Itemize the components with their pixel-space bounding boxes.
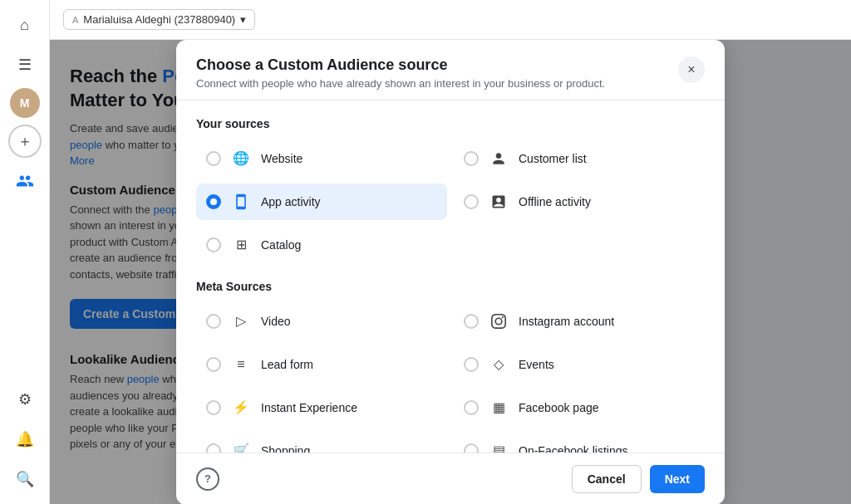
events-icon: ◇ [487,353,510,376]
app-icon [229,190,253,213]
shopping-icon: 🛒 [229,439,253,453]
radio-instagram[interactable] [464,314,479,329]
instant-experience-label: Instant Experience [261,401,357,414]
radio-shopping[interactable] [206,443,221,453]
dialog-title: Choose a Custom Audience source [196,56,605,74]
meta-sources-grid: ▷ Video Instagram account [196,303,705,453]
dialog-footer: ? Cancel Next [176,453,725,505]
next-button[interactable]: Next [650,465,705,493]
catalog-icon: ⊞ [229,233,253,257]
video-label: Video [261,315,291,328]
source-facebook-page[interactable]: ▦ Facebook page [454,389,705,426]
main-content: A Marialuisa Aldeghi (237880940) ▾ Reach… [50,0,851,504]
plus-icon[interactable]: ＋ [8,125,42,158]
customer-list-label: Customer list [519,152,587,165]
home-icon[interactable]: ⌂ [8,8,42,42]
radio-events[interactable] [464,357,479,372]
source-website[interactable]: 🌐 Website [196,140,447,177]
customer-icon [487,147,510,170]
radio-instant-experience[interactable] [206,400,221,415]
radio-facebook-page[interactable] [464,400,479,415]
dialog-subtitle: Connect with people who have already sho… [196,77,605,90]
source-events[interactable]: ◇ Events [454,346,705,383]
dropdown-icon: ▾ [240,13,246,26]
search-icon[interactable]: 🔍 [8,462,42,496]
shopping-label: Shopping [261,444,310,453]
dialog-body: Your sources 🌐 Website [176,100,725,453]
instagram-label: Instagram account [519,315,614,328]
source-video[interactable]: ▷ Video [196,303,447,340]
lead-form-icon: ≡ [229,353,253,376]
source-shopping[interactable]: 🛒 Shopping [196,433,447,453]
offline-activity-label: Offline activity [519,195,591,208]
website-label: Website [261,152,303,165]
source-offline-activity[interactable]: Offline activity [454,183,705,220]
settings-icon[interactable]: ⚙ [8,383,42,416]
sidebar: ⌂ ☰ M ＋ ⚙ 🔔 🔍 [0,0,50,504]
your-sources-grid: 🌐 Website Customer list [196,140,705,263]
source-app-activity[interactable]: App activity [196,183,447,220]
on-facebook-listings-label: On-Facebook listings [519,444,628,453]
dialog-overlay: Choose a Custom Audience source Connect … [50,40,851,504]
meta-sources-label: Meta Sources [196,280,705,293]
your-sources-label: Your sources [196,117,705,130]
custom-audience-dialog: Choose a Custom Audience source Connect … [176,40,725,504]
menu-icon[interactable]: ☰ [8,48,42,81]
account-name: Marialuisa Aldeghi (237880940) [83,13,235,26]
source-instagram[interactable]: Instagram account [454,303,705,340]
radio-video[interactable] [206,314,221,329]
source-instant-experience[interactable]: ⚡ Instant Experience [196,389,447,426]
events-label: Events [519,358,554,371]
source-catalog[interactable]: ⊞ Catalog [196,227,447,263]
radio-lead-form[interactable] [206,357,221,372]
offline-icon [487,190,510,213]
globe-icon: 🌐 [229,147,253,170]
footer-buttons: Cancel Next [572,465,705,493]
radio-catalog[interactable] [206,237,221,252]
cancel-button[interactable]: Cancel [572,465,642,493]
app-activity-label: App activity [261,195,321,208]
source-lead-form[interactable]: ≡ Lead form [196,346,447,383]
help-button[interactable]: ? [196,467,219,491]
dialog-header: Choose a Custom Audience source Connect … [176,40,725,100]
radio-customer-list[interactable] [464,151,479,166]
people-icon[interactable] [8,164,42,198]
instant-experience-icon: ⚡ [229,396,253,419]
catalog-label: Catalog [261,238,301,252]
page-area: Reach the People Who Matter to You Creat… [50,40,851,504]
radio-on-facebook-listings[interactable] [464,443,479,453]
bell-icon[interactable]: 🔔 [8,423,42,456]
radio-offline-activity[interactable] [464,194,479,209]
account-selector[interactable]: A Marialuisa Aldeghi (237880940) ▾ [63,9,255,30]
avatar[interactable]: M [10,88,40,118]
video-icon: ▷ [229,310,253,333]
source-on-facebook-listings[interactable]: ▤ On-Facebook listings [454,433,705,453]
radio-website[interactable] [206,151,221,166]
radio-app-activity[interactable] [206,194,221,209]
on-facebook-icon: ▤ [487,439,510,453]
lead-form-label: Lead form [261,358,313,371]
source-customer-list[interactable]: Customer list [454,140,705,177]
facebook-page-label: Facebook page [519,401,599,414]
dialog-close-button[interactable]: × [678,56,705,83]
instagram-icon [487,310,510,333]
facebook-page-icon: ▦ [487,396,510,419]
top-bar: A Marialuisa Aldeghi (237880940) ▾ [50,0,851,40]
